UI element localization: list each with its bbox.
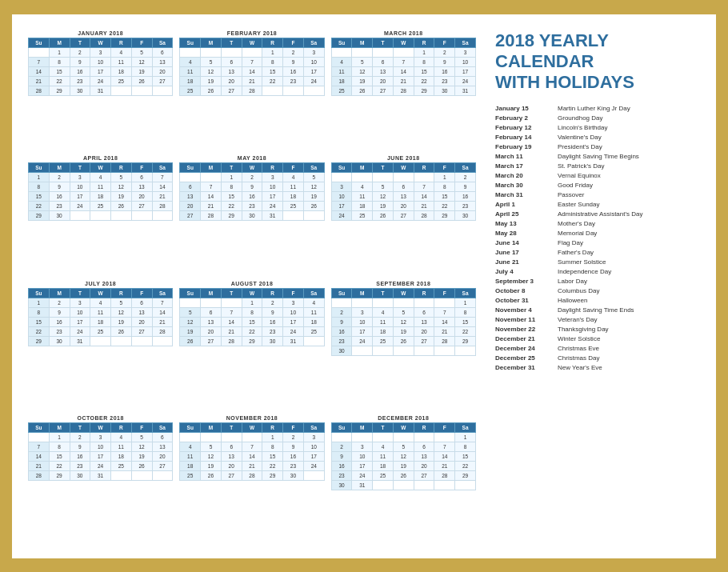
calendar-day: 1: [414, 47, 434, 57]
holiday-date: March 17: [495, 162, 551, 170]
calendar-day: 28: [242, 86, 262, 95]
calendar-day: 4: [283, 173, 304, 182]
holiday-name: President's Day: [558, 143, 602, 150]
calendar-day: 1: [262, 47, 283, 57]
calendar-day: 25: [90, 202, 111, 211]
calendar-day: [111, 471, 132, 481]
day-header: R: [414, 423, 434, 433]
day-header: R: [262, 38, 283, 47]
calendar-day: 26: [180, 336, 201, 346]
calendar-day: 17: [70, 317, 90, 326]
calendar-day: 31: [283, 336, 304, 346]
list-item: February 19President's Day: [495, 143, 700, 150]
holiday-date: April 1: [495, 201, 551, 208]
holiday-name: Winter Solstice: [558, 335, 600, 342]
day-header: Su: [29, 423, 50, 433]
calendar-day: [434, 433, 455, 442]
list-item: May 28Memorial Day: [495, 230, 700, 237]
calendar-day: 6: [131, 298, 152, 307]
calendar-day: 24: [70, 326, 90, 336]
calendar-day: 30: [262, 336, 283, 346]
holiday-name: Groundhog Day: [558, 114, 602, 122]
calendar-day: 26: [111, 326, 132, 336]
holiday-date: October 31: [495, 297, 551, 304]
day-header: T: [221, 38, 242, 47]
day-header: T: [70, 423, 90, 433]
month-title: OCTOBER 2018: [28, 415, 173, 421]
calendar-day: 19: [201, 462, 222, 471]
calendar-day: 10: [303, 442, 324, 452]
calendar-day: 26: [111, 202, 132, 211]
calendar-day: 2: [49, 173, 70, 182]
holiday-name: Administrative Assistant's Day: [558, 210, 642, 218]
calendar-day: 4: [90, 298, 111, 307]
calendar-day: 17: [90, 66, 111, 76]
calendar-day: 21: [434, 326, 455, 336]
calendar-day: 8: [262, 57, 283, 66]
list-item: December 21Winter Solstice: [495, 335, 700, 342]
day-header: R: [111, 38, 132, 47]
calendar-day: 22: [221, 202, 242, 211]
calendar-day: 3: [283, 298, 304, 307]
calendar-day: 4: [352, 182, 373, 192]
calendar-day: 13: [414, 317, 434, 326]
calendar-day: 25: [331, 86, 352, 95]
calendar-day: 29: [242, 336, 262, 346]
list-item: October 8Columbus Day: [495, 287, 700, 294]
day-header: M: [49, 423, 70, 433]
calendar-day: 29: [49, 86, 70, 95]
month-12: DECEMBER 2018SuMTWRFSa123456789101112131…: [331, 415, 476, 542]
holiday-date: November 22: [495, 326, 551, 333]
calendar-day: [283, 211, 304, 221]
calendar-table: SuMTWRFSa1234567891011121314151617181920…: [28, 422, 173, 481]
calendar-day: 31: [90, 86, 111, 95]
month-title: NOVEMBER 2018: [179, 415, 324, 421]
calendar-day: 19: [111, 192, 132, 202]
calendar-day: [180, 433, 201, 442]
list-item: July 4Independence Day: [495, 268, 700, 275]
calendar-day: 13: [131, 182, 152, 192]
calendar-day: 10: [352, 317, 373, 326]
calendar-day: 22: [434, 202, 455, 211]
calendar-day: 14: [434, 452, 455, 462]
calendar-table: SuMTWRFSa1234567891011121314151617181920…: [28, 162, 173, 221]
page-title: 2018 YEARLYCALENDARWITH HOLIDAYS: [495, 30, 700, 94]
calendar-table: SuMTWRFSa1234567891011121314151617181920…: [179, 422, 324, 481]
calendar-day: [221, 433, 242, 442]
calendar-day: 1: [434, 173, 455, 182]
calendar-day: 6: [373, 57, 394, 66]
day-header: Sa: [455, 163, 476, 173]
day-header: F: [131, 423, 152, 433]
calendar-day: 9: [262, 307, 283, 317]
calendar-day: 16: [434, 66, 455, 76]
day-header: R: [262, 423, 283, 433]
calendar-day: 31: [90, 471, 111, 481]
calendar-table: SuMTWRFSa1234567891011121314151617181920…: [179, 162, 324, 221]
month-title: AUGUST 2018: [179, 281, 324, 286]
month-title: JULY 2018: [28, 281, 173, 286]
day-header: T: [70, 163, 90, 173]
calendar-day: 30: [70, 471, 90, 481]
calendar-day: 27: [414, 471, 434, 481]
list-item: November 11Veteran's Day: [495, 316, 700, 323]
holiday-name: Christmas Day: [558, 354, 599, 362]
calendar-day: 13: [152, 57, 173, 66]
calendar-day: 18: [180, 462, 201, 471]
calendar-day: [90, 211, 111, 221]
holiday-name: Mother's Day: [558, 220, 595, 227]
holiday-date: March 11: [495, 153, 551, 160]
month-title: FEBRUARY 2018: [179, 30, 324, 36]
calendar-day: 23: [70, 462, 90, 471]
calendar-day: 29: [221, 211, 242, 221]
calendar-day: 21: [393, 76, 414, 86]
calendar-day: 9: [331, 452, 352, 462]
calendar-day: [262, 86, 283, 95]
calendar-day: [70, 211, 90, 221]
calendar-day: 2: [70, 433, 90, 442]
day-header: W: [90, 163, 111, 173]
list-item: May 13Mother's Day: [495, 220, 700, 227]
calendar-day: 6: [393, 182, 414, 192]
day-header: W: [90, 288, 111, 298]
calendar-day: 23: [434, 76, 455, 86]
calendar-day: 17: [303, 66, 324, 76]
